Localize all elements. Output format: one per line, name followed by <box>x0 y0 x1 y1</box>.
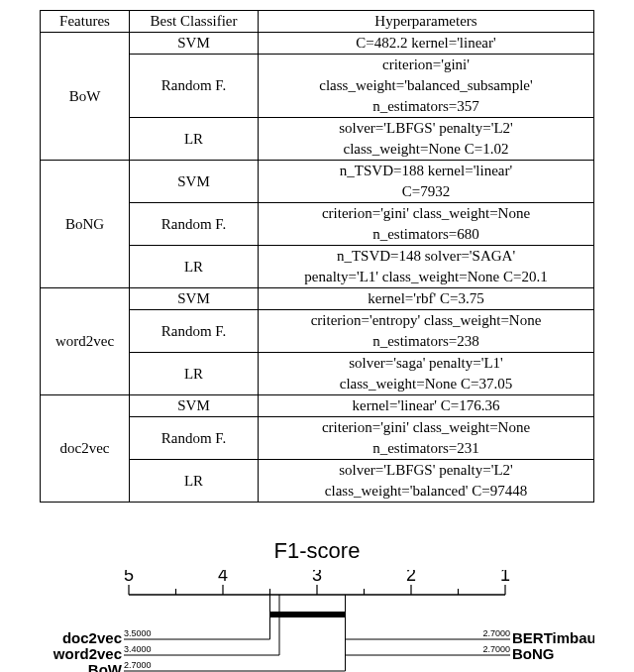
cd-score: 2.7000 <box>482 628 510 638</box>
table-row: BoWSVMC=482.2 kernel='linear' <box>41 33 594 55</box>
hyper-cell: criterion='gini' class_weight=None <box>259 203 594 225</box>
hyper-cell: solver='LBFGS' penalty='L2' <box>259 118 594 140</box>
hyper-cell: n_TSVD=148 solver='SAGA' <box>259 246 594 268</box>
hyper-cell: criterion='gini' <box>259 55 594 76</box>
hyper-cell: C=7932 <box>259 181 594 203</box>
cd-label: doc2vec <box>62 629 122 646</box>
svg-text:4: 4 <box>218 570 228 585</box>
hyper-cell: class_weight=None C=37.05 <box>259 374 594 395</box>
cd-label: BERTimbau <box>512 629 594 646</box>
hyper-cell: n_TSVD=188 kernel='linear' <box>259 161 594 182</box>
classifier-cell: Random F. <box>130 55 259 118</box>
feature-cell: doc2vec <box>41 395 130 503</box>
hyper-cell: class_weight='balanced' C=97448 <box>259 481 594 503</box>
col-hyperparams: Hyperparameters <box>259 11 594 33</box>
classifier-cell: Random F. <box>130 203 259 246</box>
feature-cell: BoW <box>41 33 130 161</box>
table-row: word2vecSVMkernel='rbf' C=3.75 <box>41 288 594 310</box>
classifier-cell: LR <box>130 353 259 395</box>
hyper-cell: n_estimators=231 <box>259 438 594 460</box>
cd-label: BoNG <box>512 645 555 662</box>
cd-score: 2.7000 <box>124 660 152 670</box>
svg-text:1: 1 <box>500 570 510 585</box>
cd-label: word2vec <box>53 645 122 662</box>
hyper-cell: criterion='entropy' class_weight=None <box>259 310 594 332</box>
hyper-cell: n_estimators=238 <box>259 331 594 353</box>
svg-text:5: 5 <box>124 570 134 585</box>
hyper-cell: class_weight=None C=1.02 <box>259 139 594 161</box>
cd-score: 3.4000 <box>124 644 152 654</box>
chart-title: F1-score <box>40 538 594 564</box>
classifier-cell: Random F. <box>130 310 259 353</box>
classifier-cell: SVM <box>130 161 259 203</box>
hyper-cell: C=482.2 kernel='linear' <box>259 33 594 55</box>
hyper-cell: solver='LBFGS' penalty='L2' <box>259 460 594 482</box>
feature-cell: word2vec <box>41 288 130 395</box>
hyper-cell: n_estimators=357 <box>259 96 594 118</box>
classifier-cell: LR <box>130 460 259 503</box>
svg-text:2: 2 <box>406 570 416 585</box>
table-row: doc2vecSVMkernel='linear' C=176.36 <box>41 395 594 417</box>
cd-label: BoW <box>88 661 123 672</box>
table-row: BoNGSVMn_TSVD=188 kernel='linear' <box>41 161 594 182</box>
classifier-cell: LR <box>130 246 259 288</box>
feature-cell: BoNG <box>41 161 130 288</box>
hyper-cell: penalty='L1' class_weight=None C=20.1 <box>259 267 594 288</box>
col-classifier: Best Classifier <box>130 11 259 33</box>
hyper-cell: criterion='gini' class_weight=None <box>259 417 594 439</box>
col-features: Features <box>41 11 130 33</box>
hyper-cell: kernel='rbf' C=3.75 <box>259 288 594 310</box>
svg-text:3: 3 <box>312 570 322 585</box>
header-row: Features Best Classifier Hyperparameters <box>41 11 594 33</box>
classifier-cell: Random F. <box>130 417 259 460</box>
classifier-cell: SVM <box>130 288 259 310</box>
cd-plot: 12345doc2vec3.5000word2vec3.4000BoW2.700… <box>40 570 594 672</box>
classifier-cell: SVM <box>130 395 259 417</box>
cd-diagram: F1-score 12345doc2vec3.5000word2vec3.400… <box>40 538 594 672</box>
cd-score: 3.5000 <box>124 628 152 638</box>
hyper-cell: class_weight='balanced_subsample' <box>259 75 594 96</box>
hyper-cell: kernel='linear' C=176.36 <box>259 395 594 417</box>
cd-score: 2.7000 <box>482 644 510 654</box>
hyper-cell: n_estimators=680 <box>259 224 594 246</box>
classifier-cell: LR <box>130 118 259 161</box>
classifier-cell: SVM <box>130 33 259 55</box>
hyperparams-table: Features Best Classifier Hyperparameters… <box>40 10 594 503</box>
hyper-cell: solver='saga' penalty='L1' <box>259 353 594 375</box>
